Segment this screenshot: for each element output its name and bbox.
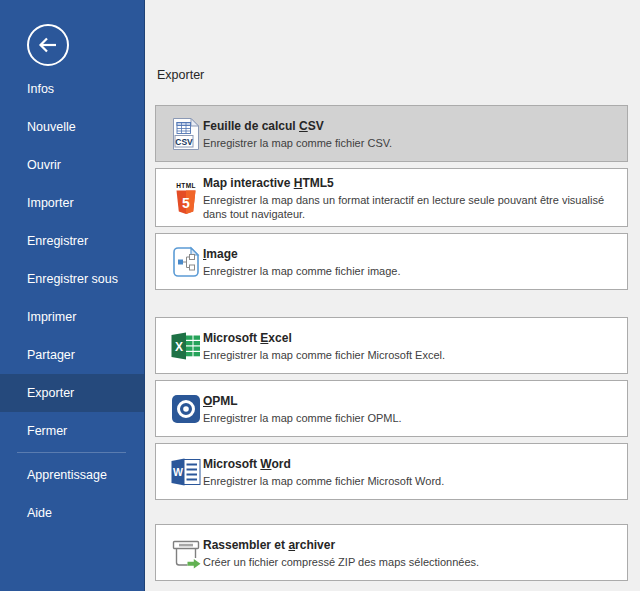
option-title: Microsoft Word	[203, 456, 625, 472]
sidebar-item-infos[interactable]: Infos	[0, 70, 144, 108]
option-title: OPML	[203, 393, 625, 409]
export-option-excel[interactable]: X Microsoft Excel Enregistrer la map com…	[155, 317, 628, 374]
sidebar-item-nouvelle[interactable]: Nouvelle	[0, 108, 144, 146]
option-title: Map interactive HTML5	[203, 175, 625, 191]
sidebar-item-fermer[interactable]: Fermer	[0, 412, 144, 450]
sidebar-item-imprimer[interactable]: Imprimer	[0, 298, 144, 336]
svg-text:CSV: CSV	[175, 136, 193, 146]
archive-icon	[169, 537, 203, 569]
export-option-opml[interactable]: OPML Enregistrer la map comme fichier OP…	[155, 380, 628, 437]
option-title: Rassembler et archiver	[203, 537, 625, 553]
option-text-block: Feuille de calcul CSV Enregistrer la map…	[203, 118, 625, 150]
back-arrow-icon	[26, 23, 70, 67]
option-description: Enregistrer la map comme fichier OPML.	[203, 411, 625, 425]
back-button[interactable]	[26, 23, 70, 67]
sidebar-separator	[17, 452, 126, 453]
export-option-csv[interactable]: CSV Feuille de calcul CSV Enregistrer la…	[155, 105, 628, 162]
svg-text:W: W	[173, 466, 183, 478]
opml-icon	[169, 394, 203, 424]
excel-icon: X	[169, 331, 203, 361]
word-icon: W	[169, 457, 203, 487]
sidebar-nav: Infos Nouvelle Ouvrir Importer Enregistr…	[0, 70, 144, 532]
sidebar-item-importer[interactable]: Importer	[0, 184, 144, 222]
page-title: Exporter	[157, 68, 204, 82]
export-options-list: CSV Feuille de calcul CSV Enregistrer la…	[155, 105, 628, 581]
option-text-block: OPML Enregistrer la map comme fichier OP…	[203, 393, 625, 425]
option-text-block: Rassembler et archiver Créer un fichier …	[203, 537, 625, 569]
export-option-word[interactable]: W Microsoft Word Enregistrer la map comm…	[155, 443, 628, 500]
image-map-icon	[169, 245, 203, 279]
option-description: Enregistrer la map comme fichier CSV.	[203, 136, 625, 150]
svg-text:HTML: HTML	[176, 181, 196, 188]
option-title: Image	[203, 246, 625, 262]
option-description: Enregistrer la map comme fichier image.	[203, 264, 625, 278]
svg-text:5: 5	[182, 194, 190, 210]
sidebar-item-exporter[interactable]: Exporter	[0, 374, 144, 412]
html5-icon: HTML 5	[169, 180, 203, 216]
option-description: Enregistrer la map comme fichier Microso…	[203, 474, 625, 488]
option-text-block: Microsoft Word Enregistrer la map comme …	[203, 456, 625, 488]
sidebar-item-partager[interactable]: Partager	[0, 336, 144, 374]
svg-text:X: X	[175, 339, 183, 353]
sidebar-item-ouvrir[interactable]: Ouvrir	[0, 146, 144, 184]
option-text-block: Image Enregistrer la map comme fichier i…	[203, 246, 625, 278]
option-text-block: Microsoft Excel Enregistrer la map comme…	[203, 330, 625, 362]
option-description: Enregistrer la map comme fichier Microso…	[203, 348, 625, 362]
export-option-archive[interactable]: Rassembler et archiver Créer un fichier …	[155, 524, 628, 581]
option-description: Enregistrer la map dans un format intera…	[203, 193, 625, 221]
option-description: Créer un fichier compressé ZIP des maps …	[203, 555, 625, 569]
export-option-html5[interactable]: HTML 5 Map interactive HTML5 Enregistrer…	[155, 168, 628, 227]
csv-file-icon: CSV	[169, 117, 203, 151]
export-option-image[interactable]: Image Enregistrer la map comme fichier i…	[155, 233, 628, 290]
option-title: Microsoft Excel	[203, 330, 625, 346]
sidebar-item-enregistrer-sous[interactable]: Enregistrer sous	[0, 260, 144, 298]
backstage-sidebar: Infos Nouvelle Ouvrir Importer Enregistr…	[0, 0, 145, 591]
option-title: Feuille de calcul CSV	[203, 118, 625, 134]
sidebar-item-apprentissage[interactable]: Apprentissage	[0, 456, 144, 494]
option-text-block: Map interactive HTML5 Enregistrer la map…	[203, 175, 625, 221]
sidebar-item-enregistrer[interactable]: Enregistrer	[0, 222, 144, 260]
sidebar-item-aide[interactable]: Aide	[0, 494, 144, 532]
